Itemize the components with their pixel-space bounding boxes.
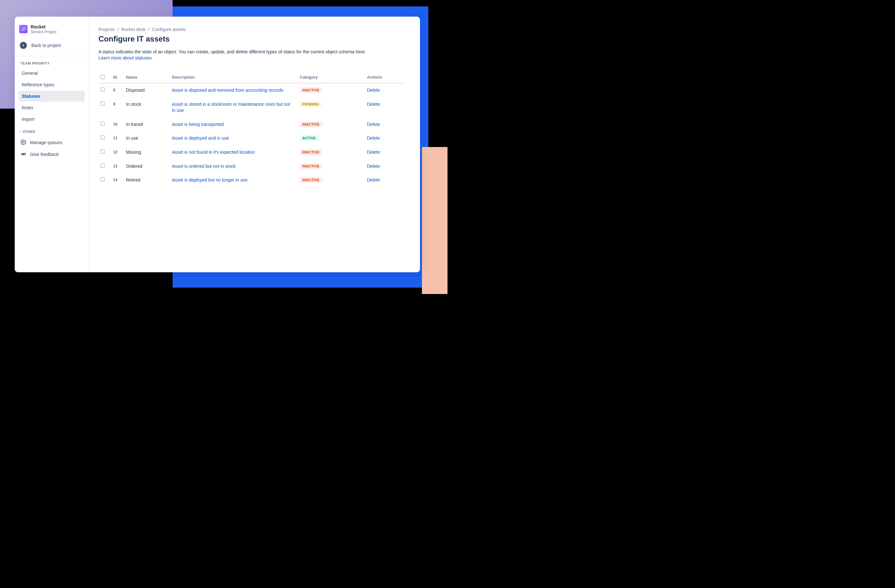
sidebar-item-roles[interactable]: Roles [18,102,85,113]
header-description: Description [172,75,300,80]
cell-name: Missing [126,149,172,155]
category-badge: INACTIVE [300,149,322,155]
row-checkbox[interactable] [100,135,105,139]
table-row: 13OrderedAsset is ordered but not in sto… [99,159,405,174]
sidebar-item-statuses[interactable]: Statuses [18,91,85,102]
section-label-priority: TEAM PRIORITY [18,61,85,65]
cell-name: Ordered [126,163,172,169]
megaphone-icon [20,151,26,158]
table-row: 14RetiredAsset is deployed but no longer… [99,173,405,187]
cell-description-link[interactable]: Asset is not found in it's expected loca… [172,149,293,156]
cell-name: In stock [126,101,172,107]
category-badge: ACTIVE [300,135,319,141]
delete-link[interactable]: Delete [367,101,393,107]
table-row: 10In transitAsset is being transportedIN… [99,118,405,132]
section-label-other: OTHER [23,130,35,133]
cell-name: Disposed [126,87,172,92]
breadcrumb-sep: / [148,27,150,32]
delete-link[interactable]: Delete [367,87,393,92]
row-checkbox[interactable] [100,121,105,126]
cell-id: 10 [113,121,126,127]
category-badge: INACTIVE [300,163,322,169]
sidebar: Rocket Service Project Back to project T… [15,17,89,272]
cell-description-link[interactable]: Asset is ordered but not in stock [172,163,293,170]
page-description: A status indicates the state of an objec… [99,49,405,54]
sidebar-item-manage-queues[interactable]: Manage queues [18,137,85,149]
sidebar-item-import[interactable]: Import [18,114,85,125]
back-to-project-link[interactable]: Back to project [18,40,85,51]
table-row: 9In stockAsset is stored in a stockroom … [99,97,405,118]
cell-id: 11 [113,135,126,140]
cell-description-link[interactable]: Asset is being transported [172,121,293,128]
row-checkbox[interactable] [100,177,105,182]
category-badge: PENDING [300,101,322,107]
header-actions: Actions [367,75,393,80]
cell-id: 9 [113,101,126,106]
delete-link[interactable]: Delete [367,121,393,127]
breadcrumb-configure-assets[interactable]: Configure assets [152,27,185,32]
delete-link[interactable]: Delete [367,163,393,169]
breadcrumb-projects[interactable]: Projects [99,27,115,32]
header-name: Name [126,75,172,80]
cell-id: 12 [113,149,126,155]
rocket-icon [19,25,27,33]
cell-name: In use [126,135,172,141]
arrow-left-icon [20,42,27,49]
category-badge: INACTIVE [300,121,322,127]
header-category: Category [300,75,367,80]
project-header: Rocket Service Project [18,24,85,34]
table-header: ID Name Description Category Actions [99,75,405,83]
breadcrumb-sep: / [117,27,118,32]
gear-icon [20,139,26,146]
table-row: 12MissingAsset is not found in it's expe… [99,145,405,159]
cell-id: 13 [113,163,126,168]
sidebar-item-reference-types[interactable]: Reference types [18,79,85,90]
delete-link[interactable]: Delete [367,149,393,155]
sidebar-item-give-feedback[interactable]: Give feedback [18,149,85,161]
app-window: Rocket Service Project Back to project T… [15,17,420,272]
project-title: Rocket [31,24,56,30]
row-checkbox[interactable] [100,101,105,106]
cell-description-link[interactable]: Asset is disposed and removed from accou… [172,87,293,94]
breadcrumb-rocket-desk[interactable]: Rocket desk [121,27,146,32]
row-checkbox[interactable] [100,163,105,168]
divider [15,56,88,56]
cell-description-link[interactable]: Asset is deployed and in use [172,135,293,142]
select-all-checkbox[interactable] [100,75,105,79]
delete-link[interactable]: Delete [367,177,393,182]
chevron-right-icon: › [20,130,21,133]
sidebar-item-general[interactable]: General [18,68,85,79]
learn-more-link[interactable]: Learn more about statuses. [99,55,153,61]
cell-name: Retired [126,177,172,182]
statuses-table: ID Name Description Category Actions 8Di… [99,75,405,187]
give-feedback-label: Give feedback [30,152,59,157]
page-title: Configure IT assets [99,35,405,44]
cell-description-link[interactable]: Asset is deployed but no longer in use [172,177,293,183]
svg-point-0 [23,142,24,143]
cell-id: 8 [113,87,126,92]
header-id: ID [113,75,126,80]
manage-queues-label: Manage queues [30,140,62,145]
project-subtitle: Service Project [31,30,56,34]
table-row: 8DisposedAsset is disposed and removed f… [99,83,405,97]
category-badge: INACTIVE [300,177,322,183]
breadcrumb: Projects / Rocket desk / Configure asset… [99,27,405,32]
section-toggle-other[interactable]: › OTHER [18,130,85,133]
back-label: Back to project [31,43,61,48]
row-checkbox[interactable] [100,87,105,92]
cell-id: 14 [113,177,126,182]
delete-link[interactable]: Delete [367,135,393,141]
cell-description-link[interactable]: Asset is stored in a stockroom or mainte… [172,101,293,114]
row-checkbox[interactable] [100,149,105,154]
table-row: 11In useAsset is deployed and in useACTI… [99,131,405,145]
main-content: Projects / Rocket desk / Configure asset… [89,17,420,272]
category-badge: INACTIVE [300,87,322,93]
cell-name: In transit [126,121,172,127]
